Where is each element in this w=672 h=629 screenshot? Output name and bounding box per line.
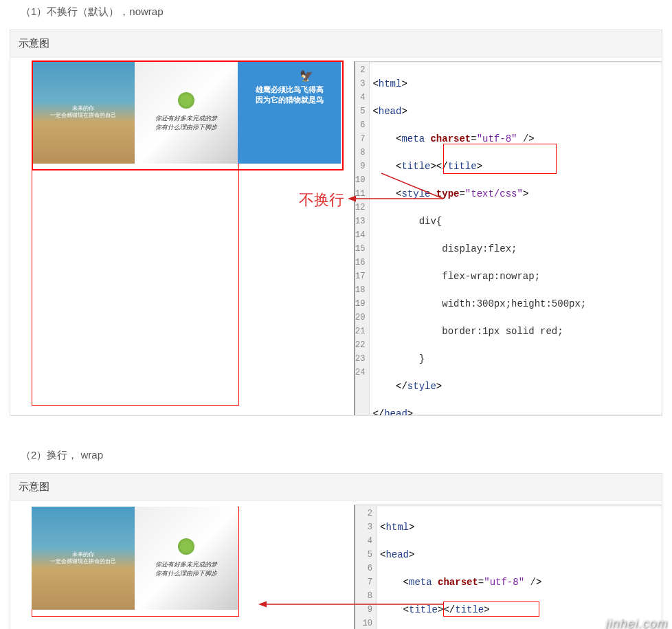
section1-panel-header: 示意图 bbox=[10, 30, 662, 58]
code-content-1: <html> <head> <meta charset="utf-8" /> <… bbox=[370, 62, 662, 415]
section1-title: （1）不换行（默认），nowrap bbox=[0, 0, 672, 24]
image-thumb-3: 🦅 雄鹰必须比鸟飞得高 因为它的猎物就是鸟 bbox=[238, 60, 341, 164]
section2-panel: 示意图 未来的你 一定会感谢现在拼命的自己 你还有好多未完成的梦 你有什么理由 bbox=[10, 473, 662, 629]
code-flex-wrap-nowrap: flex-wrap:nowrap; bbox=[442, 271, 540, 282]
image-thumb-2b: 你还有好多未完成的梦 你有什么理由停下脚步 bbox=[135, 507, 238, 610]
preview-column-1: 未来的你 一定会感谢现在拼命的自己 你还有好多未完成的梦 你有什么理由停下脚步 … bbox=[10, 58, 354, 415]
code-content-2: <html> <head> <meta charset="utf-8" /> <… bbox=[377, 505, 662, 629]
thumb1b-text-1: 未来的你 bbox=[50, 551, 116, 558]
code-editor-2[interactable]: 2345678910 <html> <head> <meta charset="… bbox=[354, 505, 662, 629]
section1-panel: 示意图 未来的你 一定会感谢现在拼命的自己 你还有好多未完成的梦 你有什么理由停… bbox=[10, 30, 662, 416]
images-row-wrap: 未来的你 一定会感谢现在拼命的自己 你还有好多未完成的梦 你有什么理由停下脚步 bbox=[32, 507, 238, 610]
code-div-selector: div{ bbox=[419, 216, 443, 227]
thumb1-text-1: 未来的你 bbox=[50, 105, 116, 112]
bird-icon: 🦅 bbox=[300, 69, 313, 84]
thumb2b-text-1: 你还有好多未完成的梦 bbox=[155, 560, 217, 569]
thumb2-text-2: 你有什么理由停下脚步 bbox=[155, 123, 217, 132]
section2-panel-body: 未来的你 一定会感谢现在拼命的自己 你还有好多未完成的梦 你有什么理由停下脚步 bbox=[10, 501, 662, 629]
thumb3-text-2: 因为它的猎物就是鸟 bbox=[256, 96, 324, 104]
nowrap-annotation-label: 不换行 bbox=[299, 190, 344, 210]
line-gutter-2: 2345678910 bbox=[355, 505, 377, 629]
line-gutter: 23456789101112131415161718192021222324 bbox=[355, 62, 370, 415]
preview-column-2: 未来的你 一定会感谢现在拼命的自己 你还有好多未完成的梦 你有什么理由停下脚步 bbox=[10, 501, 354, 629]
leaf-icon bbox=[178, 92, 194, 109]
code-display-flex: display:flex; bbox=[442, 243, 517, 254]
image-thumb-1b: 未来的你 一定会感谢现在拼命的自己 bbox=[32, 507, 135, 610]
image-thumb-1: 未来的你 一定会感谢现在拼命的自己 bbox=[32, 60, 135, 164]
image-thumb-2: 你还有好多未完成的梦 你有什么理由停下脚步 bbox=[135, 60, 238, 164]
code-column-2: 2345678910 <html> <head> <meta charset="… bbox=[354, 501, 662, 629]
watermark-text: jinhei.com bbox=[605, 617, 668, 629]
code-width-height: width:300px;height:500px; bbox=[442, 298, 586, 309]
thumb2-text-1: 你还有好多未完成的梦 bbox=[155, 114, 217, 123]
leaf-icon-2 bbox=[178, 538, 194, 555]
code-editor-1[interactable]: 23456789101112131415161718192021222324 <… bbox=[354, 61, 662, 415]
thumb2b-text-2: 你有什么理由停下脚步 bbox=[155, 569, 217, 578]
section2-title: （2）换行， wrap bbox=[0, 443, 672, 467]
section1-panel-body: 未来的你 一定会感谢现在拼命的自己 你还有好多未完成的梦 你有什么理由停下脚步 … bbox=[10, 58, 662, 415]
thumb1b-text-2: 一定会感谢现在拼命的自己 bbox=[50, 558, 116, 565]
code-column-1: 23456789101112131415161718192021222324 <… bbox=[354, 58, 662, 415]
thumb1-text-2: 一定会感谢现在拼命的自己 bbox=[50, 112, 116, 119]
thumb3-text-1: 雄鹰必须比鸟飞得高 bbox=[256, 85, 324, 93]
code-border: border:1px solid red; bbox=[442, 326, 563, 337]
section2-panel-header: 示意图 bbox=[10, 474, 662, 501]
images-row-nowrap: 未来的你 一定会感谢现在拼命的自己 你还有好多未完成的梦 你有什么理由停下脚步 … bbox=[32, 60, 341, 164]
